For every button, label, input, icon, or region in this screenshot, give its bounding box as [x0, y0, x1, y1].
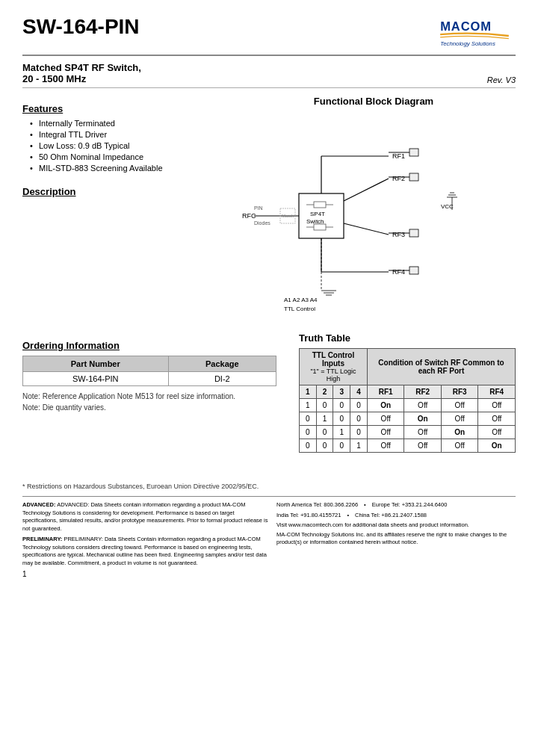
ordering-col-part: Part Number — [23, 356, 169, 372]
svg-text:RF4: RF4 — [392, 268, 405, 276]
svg-rect-43 — [409, 149, 418, 156]
ordering-col-package: Package — [168, 356, 276, 372]
col-rf2: RF2 — [404, 385, 442, 399]
svg-text:TTL Control: TTL Control — [284, 306, 315, 312]
svg-text:VCC: VCC — [441, 203, 454, 210]
footer-contact-row-1: North America Tel: 800.366.2266 • Europe… — [276, 501, 516, 509]
ordering-note-2: Note: Die quantity varies. — [22, 403, 276, 412]
block-diagram-container: RFC SP4T Switch RF1 RF2 RF3 — [232, 111, 516, 320]
col-rf3: RF3 — [441, 385, 478, 399]
footer-advanced: ADVANCED: ADVANCED: Data Sheets contain … — [22, 501, 269, 533]
col-4: 4 — [350, 385, 368, 399]
block-diagram-svg: RFC SP4T Switch RF1 RF2 RF3 — [232, 111, 516, 320]
description-title: Description — [22, 186, 217, 197]
product-title-area: SW-164-PIN — [22, 15, 140, 39]
rev-text: Rev. V3 — [487, 75, 516, 84]
svg-text:A1  A2  A3  A4: A1 A2 A3 A4 — [284, 297, 318, 303]
svg-rect-25 — [314, 224, 326, 230]
svg-text:RF1: RF1 — [392, 152, 405, 160]
feature-item-2: Integral TTL Driver — [30, 130, 217, 139]
col-rf1: RF1 — [367, 385, 404, 399]
ordering-note-1: Note: Reference Application Note M513 fo… — [22, 392, 276, 400]
footer-contact-row-2: India Tel: +91.80.4155721 • China Tel: +… — [276, 512, 516, 520]
features-list: Internally Terminated Integral TTL Drive… — [22, 119, 217, 173]
subtitle-text: Matched SP4T RF Switch,20 - 1500 MHz — [22, 62, 141, 84]
truth-table: TTL Control Inputs "1" = TTL Logic High … — [299, 348, 516, 453]
truth-table-section: Truth Table TTL Control Inputs "1" = TTL… — [299, 332, 516, 453]
ordering-title: Ordering Information — [22, 340, 276, 351]
footer-columns: ADVANCED: ADVANCED: Data Sheets contain … — [22, 501, 516, 567]
ordering-package-1: DI-2 — [168, 372, 276, 386]
header: SW-164-PIN MACOM Technology Solutions — [22, 15, 516, 56]
footer-right: North America Tel: 800.366.2266 • Europe… — [276, 501, 516, 567]
logo-area: MACOM Technology Solutions — [433, 15, 516, 49]
svg-text:RF2: RF2 — [392, 175, 405, 182]
footer-na: North America Tel: 800.366.2266 — [276, 501, 358, 509]
footer-rights: MA-COM Technology Solutions Inc. and its… — [276, 531, 516, 547]
svg-text:SP4T: SP4T — [310, 211, 325, 217]
feature-item-3: Low Loss: 0.9 dB Typical — [30, 141, 217, 150]
col-rf4: RF4 — [478, 385, 516, 399]
truth-row-4: 0 0 0 1 Off Off Off On — [300, 439, 516, 453]
footer-china: China Tel: +86.21.2407.1588 — [355, 512, 427, 520]
truth-row-2: 0 1 0 0 Off On Off Off — [300, 412, 516, 426]
product-title: SW-164-PIN — [22, 15, 140, 39]
footer-india: India Tel: +91.80.4155721 — [276, 512, 341, 520]
condition-group-header: Condition of Switch RF Common to each RF… — [367, 349, 515, 385]
col-1: 1 — [300, 385, 317, 399]
ordering-row-1: SW-164-PIN DI-2 — [23, 372, 276, 386]
svg-text:PIN: PIN — [254, 205, 263, 211]
feature-item-5: MIL-STD-883 Screening Available — [30, 164, 217, 173]
main-content: Features Internally Terminated Integral … — [22, 96, 516, 320]
block-diagram-title: Functional Block Diagram — [232, 96, 516, 107]
truth-row-1: 1 0 0 0 On Off Off Off — [300, 399, 516, 412]
right-column: Functional Block Diagram RFC SP4T Switch… — [232, 96, 516, 320]
footer-europe: Europe Tel: +353.21.244.6400 — [372, 501, 448, 509]
svg-rect-22 — [314, 202, 326, 208]
svg-rect-44 — [409, 173, 418, 181]
svg-rect-45 — [409, 229, 418, 237]
svg-rect-46 — [409, 267, 418, 274]
page-number: 1 — [22, 570, 516, 578]
svg-line-13 — [344, 223, 389, 235]
features-title: Features — [22, 103, 217, 114]
svg-text:Diodes: Diodes — [254, 220, 270, 226]
ordering-section: Ordering Information Part Number Package… — [22, 332, 276, 453]
ttl-group-header: TTL Control Inputs "1" = TTL Logic High — [300, 349, 368, 385]
footer-divider: ADVANCED: ADVANCED: Data Sheets contain … — [22, 496, 516, 578]
ordering-part-1: SW-164-PIN — [23, 372, 169, 386]
footer-website: Visit www.macomtech.com for additional d… — [276, 521, 516, 530]
feature-item-4: 50 Ohm Nominal Impedance — [30, 152, 217, 161]
macom-logo: MACOM Technology Solutions — [433, 15, 516, 49]
footer-left: ADVANCED: ADVANCED: Data Sheets contain … — [22, 501, 269, 567]
svg-text:RF3: RF3 — [392, 231, 405, 238]
left-column: Features Internally Terminated Integral … — [22, 96, 217, 320]
col-3: 3 — [333, 385, 350, 399]
ordering-table: Part Number Package SW-164-PIN DI-2 — [22, 356, 276, 386]
svg-text:MACOM: MACOM — [440, 19, 492, 33]
svg-text:Technology Solutions: Technology Solutions — [440, 40, 495, 47]
subtitle-bar: Matched SP4T RF Switch,20 - 1500 MHz Rev… — [22, 62, 516, 88]
truth-row-3: 0 0 1 0 Off Off On Off — [300, 426, 516, 439]
page: SW-164-PIN MACOM Technology Solutions Ma… — [0, 0, 538, 756]
feature-item-1: Internally Terminated — [30, 119, 217, 128]
svg-text:Match: Match — [282, 214, 294, 218]
svg-line-11 — [344, 179, 389, 201]
truth-table-title: Truth Table — [299, 332, 516, 344]
rohs-notice: * Restrictions on Hazardous Substances, … — [22, 483, 516, 490]
svg-text:RFC: RFC — [242, 212, 256, 220]
col-2: 2 — [316, 385, 333, 399]
footer-preliminary: PRELIMINARY: PRELIMINARY: Data Sheets Co… — [22, 536, 269, 567]
bottom-section: Ordering Information Part Number Package… — [22, 332, 516, 453]
